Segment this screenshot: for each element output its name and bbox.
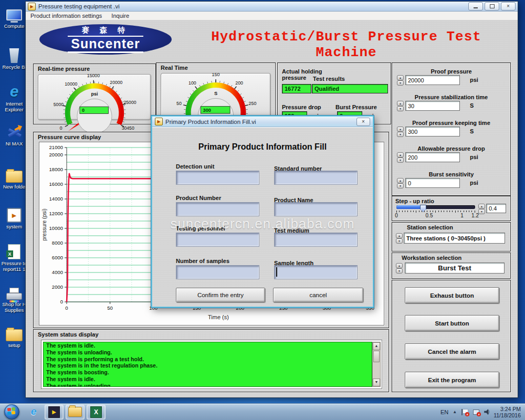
status-scrollbar[interactable]: ▲ ▼ [372,342,381,387]
logo-english-text: Suncenter [68,36,143,53]
close-button[interactable]: × [501,2,516,10]
labview-icon: ▶ [0,204,28,223]
maximize-button[interactable] [485,2,499,10]
desktop-icon-label: Pressure tereport11 1 [0,260,28,272]
param-unit-2: S [470,128,474,134]
desktop-icon-label: Shop for HSupplies [0,301,28,313]
scroll-thumb[interactable] [373,351,380,362]
language-indicator[interactable]: EN [440,409,448,415]
workstation-value[interactable]: Burst Test [405,262,505,274]
taskbar-app-internet-explorer[interactable]: e [25,405,43,418]
scroll-up-button[interactable]: ▲ [373,342,380,350]
param-spinner-4[interactable]: ▲▼ [397,178,404,188]
dialog-close-button[interactable]: × [356,118,370,126]
svg-text:150: 150 [212,72,220,77]
desktop-icon-pressure-report[interactable]: XPressure tereport11 1 [0,240,28,272]
tray-expand-icon[interactable]: ▲ [453,410,457,414]
dialog-body: Primary Product Information Fill Detecti… [152,127,373,307]
volume-icon[interactable]: ) [484,409,489,415]
param-spinner-3[interactable]: ▲▼ [397,152,404,163]
dialog-window: ▶ Primary Product Information Fill.vi × … [151,116,374,308]
desktop-icon-new-folder[interactable]: New folde [0,164,28,190]
detection-unit-field[interactable] [176,171,259,185]
status-line: The system is idle. [44,342,372,349]
labview-icon: ▶ [48,406,60,418]
status-box: The system is idle.The system is unloadi… [41,340,382,389]
param-spinner-2[interactable]: ▲▼ [397,127,404,137]
param-input-4[interactable]: 0 [405,178,460,188]
workstation-spinner[interactable]: ▲▼ [396,263,403,274]
param-input-3[interactable]: 200 [405,152,460,162]
start-button[interactable] [4,404,19,419]
step-up-ratio-panel: Step - up ratio ▲▼ 0.4 00.511.2 [392,196,511,221]
svg-text:15000: 15000 [87,73,100,78]
window-title: Pressure testing equipment .vi [38,3,468,9]
param-unit-1: S [470,102,474,109]
svg-text:2000: 2000 [52,284,63,290]
desktop-icon-setup[interactable]: setup [0,322,28,348]
status-line: The system is unloading. [44,349,372,356]
action-center-icon[interactable]: x [461,409,468,415]
testing-personnel-field[interactable] [176,233,259,247]
network-icon[interactable]: x [472,409,480,415]
status-line: The system is unloading. [44,383,372,387]
pressure-drop-label: Pressure drop [282,104,321,110]
desktop-icon-ni-max[interactable]: NI MAX [0,121,28,146]
svg-text:0: 0 [60,125,62,131]
taskbar-app-labview[interactable]: ▶ [45,405,64,419]
svg-text:10000: 10000 [65,81,77,87]
start-button[interactable]: Start button [405,315,499,331]
dialog-title: Primary Product Information Fill.vi [165,119,356,125]
taskbar-app-excel[interactable]: X [87,405,106,419]
desktop-icon-recycle-bin[interactable]: Recycle Bi [0,44,28,70]
sample-length-field[interactable] [274,265,358,279]
text-cursor [276,267,277,277]
menu-item-product-info[interactable]: Product information settings [26,12,107,19]
number-of-samples-field[interactable] [176,265,259,279]
realtime-pressure-panel: Real-time pressure 050001000015000200002… [33,64,156,124]
station-value[interactable]: Three stations ( 0~30450psi ) [404,233,505,244]
param-spinner-0[interactable]: ▲▼ [397,75,404,86]
standard-number-field[interactable] [274,171,358,185]
detection-unit-label: Detection unit [176,163,214,170]
param-label-1: Pressure stabilization time [392,94,510,100]
test-medium-field[interactable] [274,233,358,247]
param-input-2[interactable]: 300 [405,127,460,136]
product-name-field[interactable] [274,202,358,216]
param-input-1[interactable]: 30 [405,101,460,111]
desktop-icon-system[interactable]: ▶system [0,204,28,229]
number-of-samples-label: Number of samples [176,258,229,264]
minimize-button[interactable] [468,2,483,10]
taskbar-app-explorer[interactable] [66,405,85,419]
param-input-0[interactable]: 20000 [405,75,460,85]
station-spinner[interactable]: ▲▼ [396,233,403,244]
desktop-icon-label: setup [0,342,28,348]
clock[interactable]: 3:24 PM 11/18/2016 [494,406,521,418]
desktop-icon-internet-explorer[interactable]: eInternetExplorer [0,81,28,112]
slider-tick-label-1: 1 [460,213,464,218]
desktop-icon-shop-supplies[interactable]: Shop for HSupplies [0,281,28,313]
svg-text:Time (s): Time (s) [208,314,229,320]
product-number-field[interactable] [176,202,259,216]
svg-text:20000: 20000 [110,80,122,85]
scroll-down-button[interactable]: ▼ [373,379,380,386]
desktop: ComputeRecycle BieInternetExplorerNI MAX… [0,0,525,420]
exit-program-button[interactable]: Exit the program [405,372,499,388]
desktop-icon-label: NI MAX [0,141,28,146]
confirm-entry-button[interactable]: Confirm the entry [176,288,265,302]
svg-text:25000: 25000 [123,100,136,105]
menu-item-inquire[interactable]: Inquire [107,12,134,19]
desktop-icon-computer[interactable]: Compute [0,3,28,29]
banner: 赛 森 特 Suncenter Hydrostatic/Burst Pressu… [30,22,510,59]
system-status-panel: System status display The system is idle… [33,329,389,392]
exhaust-button[interactable]: Exhaust button [405,287,499,303]
param-spinner-1[interactable]: ▲▼ [397,101,404,111]
step-up-value[interactable]: 0.4 [486,204,506,213]
excel-icon: X [0,240,28,259]
cancel-button[interactable]: cancel [273,288,363,302]
time-gauge: 050100150200250300S300 [161,73,271,120]
recycle-icon [0,44,28,63]
step-up-spinner[interactable]: ▲▼ [478,204,485,214]
svg-text:S: S [214,91,217,96]
cancel-alarm-button[interactable]: Cancel the alarm [405,343,499,360]
